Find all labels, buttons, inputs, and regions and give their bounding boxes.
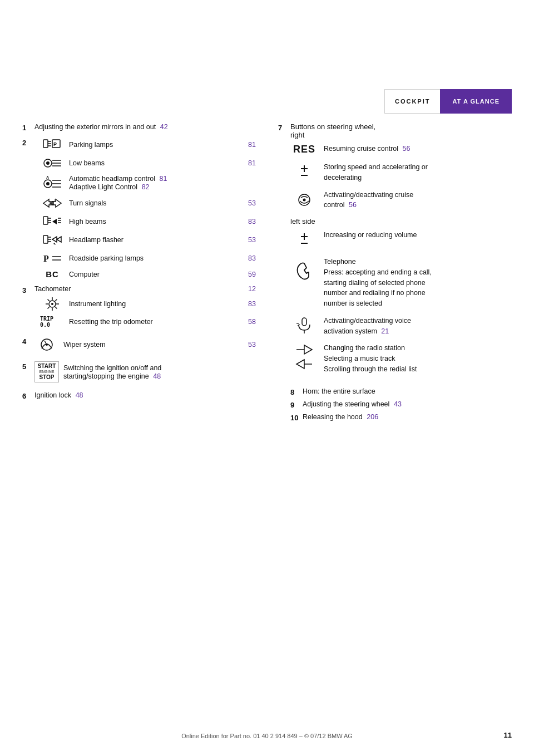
voice-icon xyxy=(290,316,318,336)
roadside-parking-row: P Roadside parking lamps 83 xyxy=(40,251,256,266)
footer: Online Edition for Part no. 01 40 2 914 … xyxy=(0,733,534,739)
item4-num: 4 xyxy=(22,336,34,346)
svg-text:A: A xyxy=(46,175,49,179)
item8-row: 8 Horn: the entire surface xyxy=(290,387,512,396)
svg-line-46 xyxy=(55,307,57,309)
page-number: 11 xyxy=(504,731,512,739)
radio-text: Changing the radio station Selecting a m… xyxy=(324,343,512,374)
voice-ref[interactable]: 21 xyxy=(381,327,389,335)
roadside-parking-icon: P xyxy=(40,251,65,266)
item5-row: 5 START ENGINE STOP Switching the igniti xyxy=(22,361,256,386)
start-stop-text-block: Switching the ignition on/off and starti… xyxy=(63,364,256,380)
svg-marker-64 xyxy=(304,345,312,354)
roadside-parking-ref[interactable]: 83 xyxy=(248,254,256,262)
trip-odometer-label: Resetting the trip odometer xyxy=(69,318,246,326)
svg-rect-21 xyxy=(43,217,48,224)
main-content: 1 Adjusting the exterior mirrors in and … xyxy=(0,122,534,425)
cruise-text: Activating/deactivating cruisecontrol 56 xyxy=(324,190,512,211)
cruise-icon xyxy=(290,190,318,210)
ignition-lock-label: Ignition lock xyxy=(34,391,71,399)
voice-item: Activating/deactivating voiceactivation … xyxy=(290,316,512,337)
start-stop-line2: starting/stopping the engine xyxy=(63,372,149,380)
hood-ref[interactable]: 206 xyxy=(367,413,378,421)
items8-10-block: 8 Horn: the entire surface 9 Adjusting t… xyxy=(290,387,512,422)
computer-label: Computer xyxy=(69,271,246,278)
start-stop-ref[interactable]: 48 xyxy=(153,372,161,380)
svg-marker-34 xyxy=(57,237,61,242)
cruise-ref[interactable]: 56 xyxy=(349,201,357,209)
svg-line-48 xyxy=(48,307,50,309)
item6-row: 6 Ignition lock 48 xyxy=(22,391,256,400)
item7-num: 7 xyxy=(278,122,290,132)
item7-row: 7 Buttons on steering wheel,right RES Re… xyxy=(278,122,512,381)
adaptive-light-ref[interactable]: 82 xyxy=(142,183,150,191)
instrument-lighting-ref[interactable]: 83 xyxy=(248,300,256,308)
speed-item: Storing speed and accelerating ordeceler… xyxy=(290,162,512,183)
svg-line-47 xyxy=(55,300,57,302)
item8-num: 8 xyxy=(290,387,303,396)
item4-row: 4 Wiper system 53 xyxy=(22,336,256,357)
item1-label: Adjusting the exterior mirrors in and ou… xyxy=(34,123,156,131)
page-container: COCKPIT AT A GLANCE 1 Adjusting the exte… xyxy=(0,0,534,756)
item9-num: 9 xyxy=(290,400,303,409)
item7-content: Buttons on steering wheel,right RES Resu… xyxy=(290,122,512,381)
trip-odometer-icon: TRIP 0.0 xyxy=(40,316,65,328)
item3-row: 3 Tachometer 12 xyxy=(22,285,256,332)
low-beams-row: Low beams 81 xyxy=(40,156,256,170)
low-beams-ref[interactable]: 81 xyxy=(248,159,256,167)
at-a-glance-label: AT A GLANCE xyxy=(440,89,512,114)
svg-text:R: R xyxy=(50,202,52,205)
svg-text:P: P xyxy=(43,254,49,263)
item10-content: Releasing the hood 206 xyxy=(303,413,512,421)
start-stop-row: START ENGINE STOP Switching the ignition… xyxy=(34,361,256,382)
computer-row: BC Computer 59 xyxy=(40,269,256,279)
item1-ref[interactable]: 42 xyxy=(160,123,168,131)
page-num-text: 11 xyxy=(504,731,512,739)
svg-point-12 xyxy=(46,182,50,185)
cruise-item: Activating/deactivating cruisecontrol 56 xyxy=(290,190,512,211)
volume-text: Increasing or reducing volume xyxy=(324,230,512,240)
headlamp-flasher-ref[interactable]: 53 xyxy=(248,236,256,244)
low-beams-icon xyxy=(40,156,65,170)
res-text: Resuming cruise control 56 xyxy=(324,144,512,154)
wiper-row: Wiper system 53 xyxy=(34,336,256,353)
res-ref[interactable]: 56 xyxy=(403,145,411,153)
auto-headlamp-icon: A xyxy=(40,175,65,192)
trip-odometer-ref[interactable]: 58 xyxy=(248,318,256,326)
phone-icon xyxy=(290,257,318,284)
parking-lamps-label: Parking lamps xyxy=(69,141,246,149)
computer-ref[interactable]: 59 xyxy=(248,271,256,278)
svg-rect-60 xyxy=(302,318,306,326)
item5-content: START ENGINE STOP Switching the ignition… xyxy=(34,361,256,386)
right-column: 7 Buttons on steering wheel,right RES Re… xyxy=(267,122,512,425)
radio-item: Changing the radio station Selecting a m… xyxy=(290,343,512,374)
plus-minus-icon xyxy=(290,162,318,182)
ignition-lock-ref[interactable]: 48 xyxy=(76,391,83,399)
instrument-lighting-row: Instrument lighting 83 xyxy=(40,296,256,312)
wiper-icon xyxy=(34,336,59,353)
tachometer-label: Tachometer xyxy=(34,285,246,293)
parking-lamps-ref[interactable]: 81 xyxy=(248,141,256,149)
item8-content: Horn: the entire surface xyxy=(303,387,512,395)
steering-wheel-ref[interactable]: 43 xyxy=(394,400,402,408)
left-column: 1 Adjusting the exterior mirrors in and … xyxy=(22,122,267,425)
item9-content: Adjusting the steering wheel 43 xyxy=(303,400,512,408)
svg-line-45 xyxy=(48,300,50,302)
at-a-glance-text: AT A GLANCE xyxy=(452,98,500,105)
high-beams-icon xyxy=(40,214,65,229)
item1-num: 1 xyxy=(22,122,34,132)
svg-rect-0 xyxy=(43,140,48,148)
speed-text: Storing speed and accelerating ordeceler… xyxy=(324,162,512,183)
high-beams-ref[interactable]: 83 xyxy=(248,218,256,225)
turn-signals-ref[interactable]: 53 xyxy=(248,199,256,207)
svg-marker-25 xyxy=(52,219,57,224)
turn-signals-row: R L Turn signals 53 xyxy=(40,196,256,210)
auto-headlamp-ref[interactable]: 81 xyxy=(160,175,167,183)
instrument-lighting-icon xyxy=(40,296,65,312)
volume-icon xyxy=(290,230,318,250)
wiper-ref[interactable]: 53 xyxy=(248,341,256,348)
tachometer-ref[interactable]: 12 xyxy=(248,285,256,293)
adaptive-light-line2: Adaptive Light Control 82 xyxy=(69,183,256,191)
svg-marker-35 xyxy=(53,243,56,245)
res-icon: RES xyxy=(290,144,318,155)
